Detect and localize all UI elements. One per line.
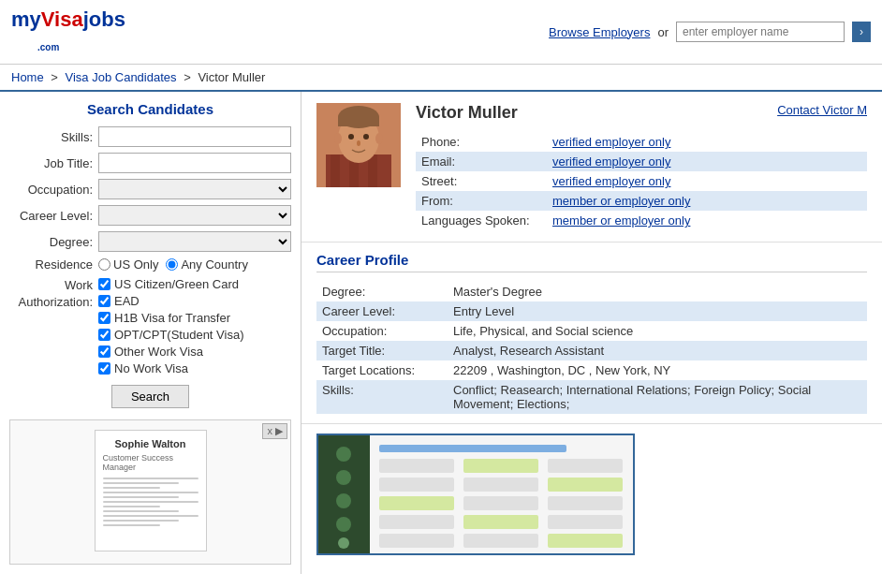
cb-ead-label: EAD [114, 294, 140, 308]
email-link[interactable]: verified employer only [552, 154, 670, 169]
breadcrumb-current: Victor Muller [198, 70, 265, 84]
cb-ead-input[interactable] [98, 295, 110, 307]
cb-ead[interactable]: EAD [98, 294, 243, 308]
logo-jobs: jobs [83, 7, 125, 31]
main-content: Search Candidates Skills: Job Title: Occ… [0, 92, 882, 574]
ad-inner: Sophie Walton Customer Success Manager [10, 420, 290, 561]
skills-input[interactable] [98, 126, 291, 147]
any-country-radio-label[interactable]: Any Country [166, 257, 248, 272]
email-label: Email: [416, 152, 547, 171]
browse-employers-link[interactable]: Browse Employers [549, 25, 650, 39]
svg-point-13 [357, 140, 360, 146]
svg-rect-17 [379, 445, 566, 452]
skills-career-value: Conflict; Reasearch; International Relat… [448, 380, 867, 414]
cb-no-visa[interactable]: No Work Visa [98, 361, 243, 375]
svg-rect-30 [379, 534, 454, 548]
phone-link[interactable]: verified employer only [552, 135, 670, 149]
us-only-radio-label[interactable]: US Only [98, 257, 158, 272]
work-auth-label: WorkAuthorization: [9, 277, 98, 311]
breadcrumb-sep1: > [51, 70, 61, 84]
any-country-text: Any Country [181, 257, 248, 272]
svg-rect-26 [548, 496, 623, 510]
cb-other-visa[interactable]: Other Work Visa [98, 345, 243, 359]
work-auth-options: US Citizen/Green Card EAD H1B Visa for T… [98, 277, 243, 375]
occupation-career-row: Occupation: Life, Physical, and Social s… [316, 321, 867, 341]
resume-line [103, 515, 198, 517]
profile-languages-row: Languages Spoken: member or employer onl… [416, 211, 867, 230]
job-title-input[interactable] [98, 153, 291, 173]
target-title-value: Analyst, Research Assistant [448, 341, 867, 360]
employer-search-input[interactable] [676, 22, 845, 42]
preview-image [316, 434, 635, 555]
cb-us-citizen-label: US Citizen/Green Card [114, 277, 239, 291]
preview-svg [318, 435, 635, 555]
occupation-select[interactable] [98, 179, 291, 199]
job-title-row: Job Title: [9, 153, 291, 173]
sidebar-title: Search Candidates [9, 101, 291, 117]
us-only-text: US Only [113, 257, 158, 272]
ad-close-button[interactable]: x ▶ [262, 423, 287, 439]
logo-dot: .com [37, 42, 59, 52]
logo[interactable]: myVisajobs .com [11, 7, 125, 55]
career-level-select[interactable] [98, 205, 291, 226]
from-link[interactable]: member or employer only [552, 194, 690, 208]
job-title-label: Job Title: [9, 156, 98, 170]
degree-row: Degree: [9, 231, 291, 252]
target-locations-value: 22209 , Washington, DC , New York, NY [448, 360, 867, 380]
profile-from-row: From: member or employer only [416, 191, 867, 211]
svg-point-34 [336, 470, 351, 485]
cb-us-citizen-input[interactable] [98, 278, 110, 290]
preview-section [301, 424, 882, 565]
employer-search-button[interactable]: › [852, 22, 871, 42]
resume-line [103, 482, 180, 484]
cb-other-visa-input[interactable] [98, 345, 110, 358]
languages-label: Languages Spoken: [416, 211, 547, 230]
languages-link[interactable]: member or employer only [552, 213, 690, 228]
occupation-label: Occupation: [9, 183, 98, 197]
cb-h1b-input[interactable] [98, 312, 110, 324]
header-right: Browse Employers or › [549, 22, 871, 42]
profile-email-row: Email: verified employer only [416, 152, 867, 171]
career-level-row: Career Level: Entry Level [316, 301, 867, 321]
resume-line [103, 487, 160, 489]
street-link[interactable]: verified employer only [552, 174, 670, 188]
breadcrumb-visa-candidates[interactable]: Visa Job Candidates [66, 70, 177, 84]
resume-line [103, 510, 180, 512]
target-title-label: Target Title: [316, 341, 448, 360]
profile-info: Victor Muller Contact Victor M Phone: ve… [416, 103, 867, 230]
degree-select[interactable] [98, 231, 291, 252]
cb-us-citizen[interactable]: US Citizen/Green Card [98, 277, 243, 291]
us-only-radio[interactable] [98, 258, 110, 271]
breadcrumb-home[interactable]: Home [11, 70, 44, 84]
svg-rect-19 [463, 459, 538, 473]
phone-value: verified employer only [547, 132, 867, 152]
target-title-row: Target Title: Analyst, Research Assistan… [316, 341, 867, 360]
career-level-row: Career Level: [9, 205, 291, 226]
resume-line [103, 520, 180, 522]
occupation-row: Occupation: [9, 179, 291, 199]
street-label: Street: [416, 171, 547, 191]
search-button[interactable]: Search [111, 385, 189, 408]
residence-label: Residence [9, 257, 98, 272]
skills-label: Skills: [9, 130, 98, 144]
logo-visa: Visa [41, 7, 83, 31]
contact-victor-link[interactable]: Contact Victor M [777, 103, 867, 117]
any-country-radio[interactable] [166, 258, 178, 271]
ad-area: x ▶ Sophie Walton Customer Success Manag… [9, 419, 291, 565]
cb-no-visa-label: No Work Visa [114, 361, 188, 375]
profile-photo [316, 103, 401, 187]
resume-line [103, 492, 198, 493]
cb-h1b[interactable]: H1B Visa for Transfer [98, 311, 243, 325]
ad-resume-lines [103, 478, 198, 529]
target-locations-row: Target Locations: 22209 , Washington, DC… [316, 360, 867, 380]
cb-opt[interactable]: OPT/CPT(Student Visa) [98, 328, 243, 342]
cb-no-visa-input[interactable] [98, 362, 110, 375]
search-btn-row: Search [9, 385, 291, 408]
target-locations-label: Target Locations: [316, 360, 448, 380]
profile-name: Victor Muller [416, 103, 518, 123]
breadcrumb-sep2: > [184, 70, 194, 84]
from-value: member or employer only [547, 191, 867, 211]
svg-rect-24 [379, 496, 454, 510]
cb-opt-input[interactable] [98, 329, 110, 341]
profile-phone-row: Phone: verified employer only [416, 132, 867, 152]
